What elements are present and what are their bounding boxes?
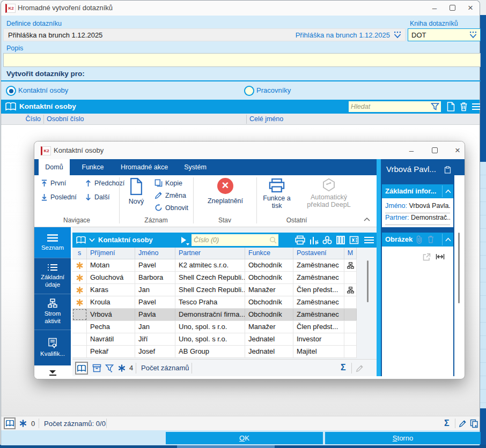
chart-icon[interactable] xyxy=(309,236,319,244)
chevron-down-icon[interactable] xyxy=(89,238,95,242)
new-record-icon[interactable] xyxy=(446,102,455,111)
table-row[interactable]: VrbováPavlaDemonstrační firma...Obchodní… xyxy=(72,309,357,321)
definice-linked-value[interactable]: Přihláška na brunch 1.12.2025 xyxy=(296,31,390,39)
ribbon-collapse-icon[interactable] xyxy=(364,217,370,221)
definice-field[interactable]: Přihláška na brunch 1.12.2025 Přihláška … xyxy=(3,28,406,41)
first-button[interactable]: První xyxy=(41,180,66,187)
filter-funnel-icon[interactable] xyxy=(105,364,114,372)
table-row[interactable]: KarasJanShell Czech Republi...ManažerČle… xyxy=(72,284,357,296)
sidebar-item-kvalifikace[interactable]: Kvalifik... xyxy=(34,330,71,365)
table-row[interactable]: PechaJanUno, spol. s r.o.ManažerČlen pře… xyxy=(72,321,357,333)
sidebar-item-zakladni-udaje[interactable]: Základní údaje xyxy=(34,258,71,294)
next-button[interactable]: Další xyxy=(85,193,109,201)
radio-pracovnici-label[interactable]: Pracovníky xyxy=(256,86,291,94)
close-button[interactable]: × xyxy=(462,1,478,15)
minimize-button[interactable]: – xyxy=(403,141,419,156)
table-row[interactable]: KroulaPavelTesco PrahaObchodníkZaměstnan… xyxy=(72,296,357,309)
star-filter-icon[interactable] xyxy=(19,420,27,427)
org-chart-cell xyxy=(344,296,357,308)
panel-scrollbar[interactable] xyxy=(458,233,460,303)
search-input[interactable] xyxy=(349,101,441,112)
column-cislo[interactable]: Číslo xyxy=(1,114,41,125)
sum-icon[interactable]: Σ xyxy=(341,363,346,372)
close-button[interactable]: × xyxy=(450,141,465,156)
minimize-button[interactable]: – xyxy=(426,1,443,15)
lookup-dropdown-icon[interactable] xyxy=(469,31,477,39)
tab-funkce[interactable]: Funkce xyxy=(76,159,109,175)
column-osobni-cislo[interactable]: Osobní číslo xyxy=(47,114,84,125)
book-view-toggle[interactable] xyxy=(75,362,88,375)
archive-icon[interactable] xyxy=(92,364,101,372)
sidebar-item-seznam[interactable]: Seznam xyxy=(34,227,71,258)
play-icon[interactable] xyxy=(181,237,186,243)
grid-menu-hamburger-icon[interactable] xyxy=(364,236,374,244)
menu-hamburger-icon[interactable] xyxy=(472,102,481,111)
definice-label: Definice dotazníku xyxy=(6,20,62,27)
excel-export-icon[interactable] xyxy=(349,236,359,244)
grid-search-field[interactable] xyxy=(192,234,278,246)
grid-column-header[interactable]: Postavení xyxy=(293,248,344,259)
table-row[interactable]: GoluchováBarboraShell Czech Republi...Ob… xyxy=(72,272,357,284)
workflow-circles-icon[interactable] xyxy=(322,236,332,244)
jmeno-row[interactable]: Jméno: Vrbová Pavla... xyxy=(385,202,450,213)
grid-cell: Jednatel xyxy=(245,346,293,357)
columns-icon[interactable] xyxy=(336,236,345,244)
record-star-icon xyxy=(72,272,87,283)
change-button[interactable]: Změna xyxy=(154,191,186,199)
grid-column-header[interactable]: M xyxy=(344,248,357,259)
caret-down-icon[interactable] xyxy=(186,243,189,245)
maximize-button[interactable] xyxy=(426,141,443,156)
resize-width-icon[interactable] xyxy=(436,253,445,260)
sidebar-item-strom-aktivit[interactable]: Strom aktivit xyxy=(34,294,71,330)
table-row[interactable]: NavrátilJiříUno, spol. s r.o.JednatelInv… xyxy=(72,333,357,346)
copy-button[interactable]: Kopie xyxy=(154,179,182,187)
panel-splitter[interactable] xyxy=(377,159,381,376)
radio-kontaktni-osoby[interactable] xyxy=(6,86,16,96)
table-row[interactable]: MotanPavelK2 atmitec s.r.o.ObchodníkZamě… xyxy=(72,259,357,272)
grid-column-header[interactable]: Příjmení xyxy=(87,248,135,259)
copy-add-icon[interactable] xyxy=(470,419,479,428)
sidebar-more-button[interactable] xyxy=(34,365,71,379)
edit-pencil-icon[interactable] xyxy=(459,420,467,428)
sum-icon[interactable]: Σ xyxy=(444,419,450,428)
collapse-chevron-icon[interactable] xyxy=(445,237,451,242)
ok-button[interactable]: OK xyxy=(166,432,323,444)
book-icon[interactable] xyxy=(76,236,86,244)
tab-domu[interactable]: Domů xyxy=(39,159,70,175)
invalidate-button[interactable]: × Zneplatnění xyxy=(195,178,255,205)
pin-panel-icon[interactable] xyxy=(444,166,451,174)
grid-column-header[interactable]: Partner xyxy=(175,248,245,259)
grid-column-header[interactable]: Jméno xyxy=(135,248,175,259)
column-cele-jmeno[interactable]: Celé jméno xyxy=(249,114,283,125)
lookup-dropdown-icon[interactable] xyxy=(393,31,402,39)
previous-button[interactable]: Předchozí xyxy=(85,180,124,187)
print-functions-button[interactable]: Funkce a tisk xyxy=(260,178,294,210)
new-button[interactable]: Nový xyxy=(123,178,149,205)
grid-search-input[interactable] xyxy=(192,234,278,246)
section-image-header[interactable]: Obrázek xyxy=(382,233,453,247)
last-button[interactable]: Poslední xyxy=(41,193,77,201)
star-filter-icon[interactable] xyxy=(118,364,126,372)
collapse-chevron-icon[interactable] xyxy=(445,189,451,193)
tab-system[interactable]: Systém xyxy=(178,159,212,175)
filter-funnel-icon[interactable] xyxy=(431,102,439,111)
kniha-field[interactable]: DOT xyxy=(408,28,481,41)
print-icon[interactable] xyxy=(295,235,305,245)
search-field[interactable] xyxy=(349,101,441,112)
refresh-button[interactable]: Obnovit xyxy=(154,204,188,212)
table-row[interactable]: PekařJosefAB GroupJednatelMajitel xyxy=(72,346,357,358)
grid-column-header[interactable]: Funkce xyxy=(245,248,293,259)
grid-column-header[interactable]: s xyxy=(72,248,87,259)
popis-label: Popis xyxy=(6,44,23,52)
delete-icon[interactable] xyxy=(459,102,468,111)
grid-scrollbar[interactable] xyxy=(367,260,369,302)
radio-kontaktni-osoby-label[interactable]: Kontaktní osoby xyxy=(18,86,68,94)
book-view-toggle[interactable] xyxy=(4,417,16,429)
maximize-button[interactable] xyxy=(444,1,460,15)
partner-row[interactable]: Partner: Demonstrač... xyxy=(385,214,450,225)
tab-hromadne-akce[interactable]: Hromadné akce xyxy=(116,159,173,175)
storno-button[interactable]: Storno xyxy=(325,432,481,444)
section-basic-info-header[interactable]: Základní infor... xyxy=(382,184,453,198)
radio-pracovnici[interactable] xyxy=(244,86,254,96)
popis-field[interactable] xyxy=(3,53,481,67)
